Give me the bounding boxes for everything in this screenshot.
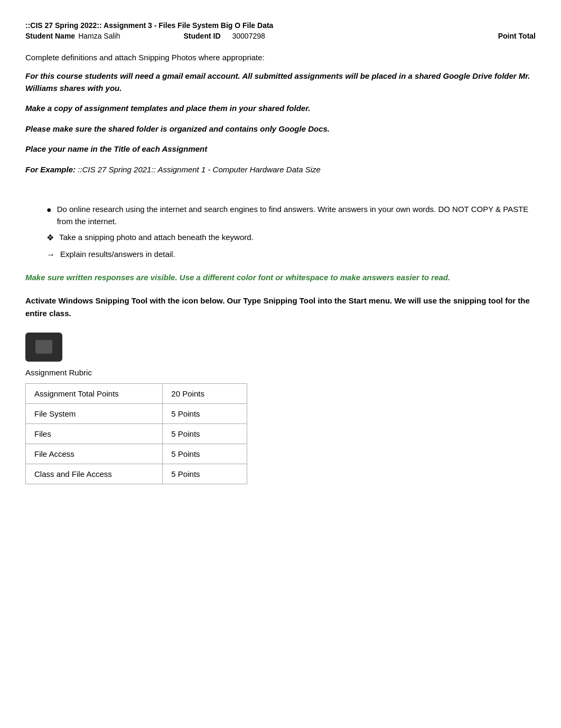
rubric-row-points: 20 Points <box>163 383 247 403</box>
student-id-section: Student ID 30007298 <box>184 32 265 40</box>
rubric-row-points: 5 Points <box>163 403 247 423</box>
instructions-list: ● Do online research using the internet … <box>46 204 536 261</box>
header-student-info: Student Name Hamza Salih Student ID 3000… <box>25 32 536 40</box>
bullet-diamond-icon: ❖ <box>46 232 54 244</box>
student-id-value: 30007298 <box>232 32 265 40</box>
rubric-row-name: Files <box>26 423 163 444</box>
bold-italic-sections: For this course students will need a gma… <box>25 70 536 155</box>
bold-italic-2: Make a copy of assignment templates and … <box>25 103 536 115</box>
rubric-label: Assignment Rubric <box>25 368 536 377</box>
rubric-row-name: Class and File Access <box>26 464 163 484</box>
table-row: File Access5 Points <box>26 444 247 464</box>
student-name-value: Hamza Salih <box>78 32 120 40</box>
intro-text: Complete definitions and attach Snipping… <box>25 53 536 62</box>
point-total-label: Point Total <box>498 32 536 40</box>
rubric-table: Assignment Total Points20 PointsFile Sys… <box>25 383 247 484</box>
rubric-row-name: File System <box>26 403 163 423</box>
list-item: ● Do online research using the internet … <box>46 204 536 227</box>
green-text: Make sure written responses are visible.… <box>25 272 536 284</box>
example-line: For Example: ::CIS 27 Spring 2021:: Assi… <box>25 164 536 176</box>
table-row: Files5 Points <box>26 423 247 444</box>
bullet-circle-icon: ● <box>46 204 52 216</box>
rubric-row-points: 5 Points <box>163 464 247 484</box>
bold-italic-4: Place your name in the Title of each Ass… <box>25 143 536 155</box>
example-label: For Example: <box>25 165 76 174</box>
list-item: → Explain results/answers in detail. <box>46 248 536 261</box>
table-row: Class and File Access5 Points <box>26 464 247 484</box>
example-value: ::CIS 27 Spring 2021:: Assignment 1 - Co… <box>76 165 321 174</box>
header-title: ::CIS 27 Spring 2022:: Assignment 3 - Fi… <box>25 21 536 30</box>
rubric-row-name: File Access <box>26 444 163 464</box>
table-row: Assignment Total Points20 Points <box>26 383 247 403</box>
list-item-text: Take a snipping photo and attach beneath… <box>59 232 254 244</box>
table-row: File System5 Points <box>26 403 247 423</box>
bold-italic-3: Please make sure the shared folder is or… <box>25 123 536 135</box>
list-item-text: Explain results/answers in detail. <box>60 248 175 261</box>
rubric-row-points: 5 Points <box>163 423 247 444</box>
bullet-arrow-icon: → <box>46 248 55 261</box>
bold-italic-1: For this course students will need a gma… <box>25 70 536 94</box>
list-item: ❖ Take a snipping photo and attach benea… <box>46 232 536 244</box>
document-header: ::CIS 27 Spring 2022:: Assignment 3 - Fi… <box>25 21 536 40</box>
rubric-row-points: 5 Points <box>163 444 247 464</box>
snipping-tool-icon <box>25 333 62 362</box>
student-name-label: Student Name <box>25 32 75 40</box>
snipping-tool-text: Activate Windows Snipping Tool with the … <box>25 294 536 320</box>
student-id-label: Student ID <box>184 32 221 40</box>
rubric-row-name: Assignment Total Points <box>26 383 163 403</box>
list-item-text: Do online research using the internet an… <box>57 204 536 227</box>
snipping-tool-icon-inner <box>35 340 52 354</box>
header-title-text: ::CIS 27 Spring 2022:: Assignment 3 - Fi… <box>25 21 273 30</box>
